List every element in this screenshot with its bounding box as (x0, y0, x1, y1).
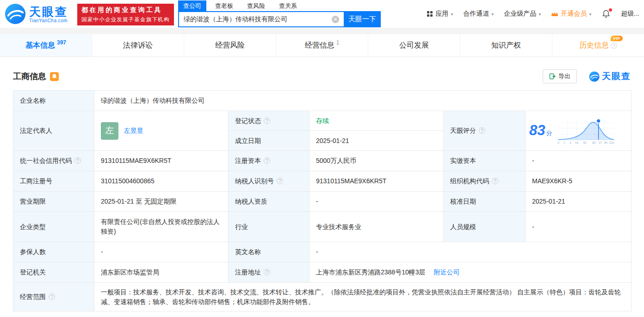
value-reg-capital: 5000万人民币 (310, 151, 444, 171)
chevron-down-icon: ▾ (539, 12, 541, 17)
clear-icon[interactable]: ✕ (332, 16, 339, 23)
promo-line1: 都在用的商业查询工具 (81, 6, 170, 14)
section-tab-bar: 基本信息 397 法律诉讼 经营风险 经营信息 1 公司发展 知识产权 历史信息… (0, 34, 644, 57)
label-taxpayer-id: 纳税人识别号? (229, 171, 310, 192)
chevron-down-icon: ▾ (451, 12, 453, 17)
info-icon[interactable]: ? (492, 178, 498, 184)
section-title: 工商信息 (13, 71, 46, 82)
table-row: 营业期限 2025-01-21 至 无固定期限 纳税人资质 - 核准日期 202… (13, 192, 632, 212)
tab-label: 法律诉讼 (123, 41, 153, 50)
nav-super-vip-label: 超级... (621, 10, 639, 18)
value-paid-capital: - (526, 151, 632, 171)
svg-text:1: 1 (564, 141, 565, 144)
tianyancha-watermark-icon (589, 71, 600, 82)
search-tab-company[interactable]: 查公司 (178, 0, 206, 11)
value-legal-rep: 左 左昱昱 (94, 111, 229, 151)
info-icon[interactable]: ? (74, 157, 81, 164)
label-approval-date: 核准日期 (444, 192, 526, 212)
business-info-table: 企业名称 绿的谐波（上海）传动科技有限公司 法定代表人 左 左昱昱 登记状态? … (13, 90, 632, 311)
tab-label: 历史信息 (579, 41, 609, 49)
svg-text:85: 85 (593, 141, 596, 144)
notification-bell[interactable] (601, 9, 611, 19)
label-reg-number: 工商注册号 (13, 171, 94, 192)
info-icon[interactable]: ? (264, 118, 270, 124)
tab-basic-info[interactable]: 基本信息 397 (0, 34, 92, 56)
label-insured-count: 参保人数 (13, 242, 94, 262)
top-header: 天眼查 TianYanCha.com 都在用的商业查询工具 国家中小企业发展子基… (0, 0, 644, 28)
svg-text:15: 15 (575, 141, 579, 144)
nav-open-vip[interactable]: 开通会员 ▾ (551, 10, 591, 18)
value-english-name: - (310, 242, 632, 262)
tab-legal-proceedings[interactable]: 法律诉讼 (92, 34, 184, 56)
label-company-name: 企业名称 (13, 91, 94, 111)
nearby-companies-link[interactable]: 附近公司 (433, 268, 459, 276)
label-legal-rep: 法定代表人 (13, 111, 94, 151)
search-tab-risk[interactable]: 查风险 (242, 0, 270, 11)
tab-label: 经营风险 (215, 41, 245, 50)
announcement-icon[interactable] (50, 72, 59, 81)
svg-text:97: 97 (599, 141, 602, 144)
table-row: 统一社会信用代码? 91310115MAE9X6KR5T 注册资本? 5000万… (13, 151, 632, 171)
table-row: 工商注册号 310115004600865 纳税人识别号? 91310115MA… (13, 171, 632, 192)
nav-enterprise[interactable]: 企业级产品 ▾ (504, 10, 541, 18)
tab-company-development[interactable]: 公司发展 (368, 34, 460, 56)
label-industry: 行业 (229, 212, 310, 242)
info-icon[interactable]: ? (264, 157, 270, 164)
nav-open-vip-label: 开通会员 (561, 10, 587, 18)
table-row: 企业名称 绿的谐波（上海）传动科技有限公司 (13, 91, 632, 111)
label-company-type: 企业类型 (13, 212, 94, 242)
tab-business-info[interactable]: 经营信息 1 (276, 34, 368, 56)
value-reg-status: 存续 (310, 111, 444, 131)
value-staff-size: - (526, 212, 632, 242)
value-approval-date: 2025-01-21 (526, 192, 632, 212)
value-business-term: 2025-01-21 至 无固定期限 (94, 192, 229, 212)
table-row: 法定代表人 左 左昱昱 登记状态? 存续 天眼评分? 83分 (13, 111, 632, 131)
search-tab-relation[interactable]: 查关系 (274, 0, 302, 11)
tab-history-info[interactable]: 历史信息 VIP ? (552, 34, 644, 56)
tianyancha-logo[interactable]: 天眼查 TianYanCha.com (5, 3, 68, 25)
value-reg-address: 上海市浦东新区秀浦路2388号10幢3层 附近公司 (310, 262, 632, 283)
search-button[interactable]: 天眼一下 (344, 11, 381, 27)
value-company-name: 绿的谐波（上海）传动科技有限公司 (94, 91, 632, 111)
tab-intellectual-property[interactable]: 知识产权 (460, 34, 552, 56)
tab-label: 公司发展 (399, 41, 429, 50)
info-icon[interactable]: ? (479, 127, 485, 134)
info-icon[interactable]: ? (611, 43, 617, 49)
svg-text:3: 3 (570, 141, 571, 144)
label-reg-capital: 注册资本? (229, 151, 310, 171)
value-reg-authority: 浦东新区市场监管局 (94, 262, 229, 283)
company-search-input[interactable] (178, 11, 344, 27)
legal-rep-avatar[interactable]: 左 (101, 122, 118, 140)
search-tabs: 查公司 查老板 查风险 查关系 (178, 0, 381, 11)
value-business-scope: 一般项目：技术服务、技术开发、技术咨询、技术交流、技术转让、技术推广。（除依法须… (94, 283, 632, 311)
nav-partner[interactable]: 合作通道 ▾ (463, 10, 494, 18)
table-row: 登记机关 浦东新区市场监管局 注册地址? 上海市浦东新区秀浦路2388号10幢3… (13, 262, 632, 283)
value-taxpayer-quality: - (310, 192, 444, 212)
nav-enterprise-label: 企业级产品 (504, 10, 536, 18)
nav-partner-label: 合作通道 (463, 10, 489, 18)
legal-rep-link[interactable]: 左昱昱 (124, 126, 143, 136)
info-icon[interactable]: ? (264, 269, 270, 275)
promo-line2: 国家中小企业发展子基金旗下机构 (81, 16, 170, 23)
export-icon (549, 73, 556, 80)
search-tab-boss[interactable]: 查老板 (210, 0, 238, 11)
nav-apps-label: 应用 (435, 10, 448, 18)
value-industry: 专业技术服务业 (310, 212, 444, 242)
watermark-logo: 天眼查 (589, 70, 631, 82)
nav-super-vip[interactable]: 超级... (621, 10, 639, 18)
info-icon[interactable]: ? (277, 178, 283, 184)
svg-text:50: 50 (583, 141, 587, 144)
info-icon[interactable]: ? (49, 293, 55, 300)
value-establish-date: 2025-01-21 (310, 131, 444, 151)
crown-icon (551, 11, 558, 17)
tab-operational-risk[interactable]: 经营风险 (184, 34, 276, 56)
export-button[interactable]: 导出 (543, 69, 577, 83)
nav-apps[interactable]: 应用 ▾ (427, 10, 453, 18)
svg-text:99: 99 (604, 141, 608, 144)
section-head: 工商信息 导出 天眼查 (13, 69, 631, 83)
label-english-name: 英文名称 (229, 242, 310, 262)
label-business-scope: 经营范围? (13, 283, 94, 311)
label-org-code: 组织机构代码? (444, 171, 526, 192)
tab-label: 知识产权 (491, 41, 521, 50)
value-org-code: MAE9X6KR-5 (526, 171, 632, 192)
